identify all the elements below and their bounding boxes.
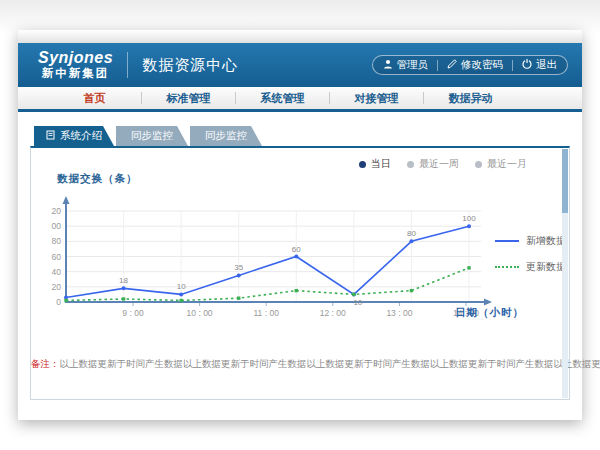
nav-item-data-change[interactable]: 数据异动: [424, 91, 517, 106]
page-title: 数据资源中心: [142, 56, 238, 75]
change-password-button[interactable]: 修改密码: [447, 58, 503, 72]
tab-sync-monitor-1-label: 同步监控: [131, 129, 173, 143]
svg-text:10 : 00: 10 : 00: [187, 308, 213, 318]
chart-y-axis-title: 数据交换（条）: [57, 172, 138, 186]
app-window: Synjones 新中新集团 数据资源中心 管理员 修改密码: [18, 30, 582, 420]
user-toolbar: 管理员 修改密码 退出: [372, 55, 569, 75]
main-nav: 首页 标准管理 系统管理 对接管理 数据异动: [18, 87, 582, 112]
legend-new-data-label: 新增数据: [526, 234, 566, 248]
tab-system-intro[interactable]: 系统介绍: [34, 126, 114, 146]
filter-today[interactable]: 当日: [359, 157, 391, 171]
solid-line-swatch-icon: [495, 240, 519, 242]
svg-text:40: 40: [52, 267, 62, 277]
radio-dot-icon: [407, 161, 414, 168]
edit-icon: [447, 59, 457, 71]
dotted-line-swatch-icon: [495, 266, 519, 268]
filter-today-label: 当日: [371, 157, 391, 171]
footnote-prefix: 备注：: [31, 358, 60, 369]
radio-dot-icon: [475, 161, 482, 168]
svg-text:60: 60: [292, 245, 301, 254]
scrollbar-thumb[interactable]: [562, 149, 568, 213]
panel-scrollbar[interactable]: [562, 149, 568, 398]
brand-logo: Synjones 新中新集团: [38, 50, 113, 80]
svg-text:100: 100: [51, 221, 61, 231]
user-menu-admin[interactable]: 管理员: [383, 58, 429, 72]
tab-bar: 系统介绍 同步监控 同步监控: [34, 126, 570, 146]
filter-last-month[interactable]: 最近一月: [475, 157, 527, 171]
nav-item-system-mgmt[interactable]: 系统管理: [236, 91, 329, 106]
svg-text:20: 20: [52, 282, 62, 292]
legend-updated-data-label: 更新数据: [526, 260, 566, 274]
footnote: 备注：以上数据更新于时间产生数据以上数据更新于时间产生数据以上数据更新于时间产生…: [31, 358, 555, 371]
header-divider: [127, 52, 128, 78]
svg-text:10: 10: [353, 298, 362, 307]
svg-text:80: 80: [52, 236, 62, 246]
tab-sync-monitor-2[interactable]: 同步监控: [190, 126, 262, 146]
chart-legend: 新增数据 更新数据: [495, 234, 566, 274]
tab-sync-monitor-1[interactable]: 同步监控: [116, 126, 188, 146]
svg-text:18: 18: [119, 276, 128, 285]
user-toolbar-separator: [512, 60, 513, 71]
svg-text:0: 0: [56, 297, 61, 307]
chart-x-axis-title: 日期（小时）: [455, 306, 524, 320]
desktop-canvas: Synjones 新中新集团 数据资源中心 管理员 修改密码: [0, 0, 600, 450]
page-top-strip: [18, 30, 582, 43]
logout-label: 退出: [536, 58, 557, 72]
chart-panel: 当日 最近一周 最近一月 数据交换（条） 0204060801001209 : …: [30, 146, 570, 400]
legend-item-new-data[interactable]: 新增数据: [495, 234, 566, 248]
svg-text:60: 60: [52, 252, 62, 262]
power-icon: [522, 59, 532, 71]
brand-logo-subtitle: 新中新集团: [38, 68, 113, 80]
svg-text:120: 120: [51, 206, 61, 216]
svg-text:80: 80: [407, 229, 416, 238]
svg-text:9 : 00: 9 : 00: [122, 308, 144, 318]
nav-item-home[interactable]: 首页: [48, 91, 141, 106]
filter-last-month-label: 最近一月: [487, 157, 527, 171]
filter-last-week-label: 最近一周: [419, 157, 459, 171]
tab-system-intro-label: 系统介绍: [60, 129, 102, 143]
user-toolbar-separator: [437, 60, 438, 71]
footnote-body: 以上数据更新于时间产生数据以上数据更新于时间产生数据以上数据更新于时间产生数据以…: [60, 358, 600, 369]
document-icon: [46, 130, 55, 142]
period-filters: 当日 最近一周 最近一月: [359, 157, 527, 171]
filter-last-week[interactable]: 最近一周: [407, 157, 459, 171]
nav-item-standard-mgmt[interactable]: 标准管理: [142, 91, 235, 106]
app-header: Synjones 新中新集团 数据资源中心 管理员 修改密码: [18, 43, 582, 87]
svg-text:12 : 00: 12 : 00: [320, 308, 346, 318]
svg-text:10: 10: [177, 282, 186, 291]
change-password-label: 修改密码: [461, 58, 503, 72]
user-icon: [383, 59, 393, 71]
legend-item-updated-data[interactable]: 更新数据: [495, 260, 566, 274]
svg-text:11 : 00: 11 : 00: [254, 308, 280, 318]
logout-button[interactable]: 退出: [522, 58, 557, 72]
nav-item-interface-mgmt[interactable]: 对接管理: [330, 91, 423, 106]
svg-text:35: 35: [234, 263, 243, 272]
radio-dot-icon: [359, 161, 366, 168]
tab-sync-monitor-2-label: 同步监控: [205, 129, 247, 143]
svg-text:100: 100: [462, 214, 476, 223]
content-area: 系统介绍 同步监控 同步监控 当日 最: [18, 112, 582, 400]
line-chart-svg: 0204060801001209 : 0010 : 0011 : 0012 : …: [51, 192, 501, 332]
svg-text:13 : 00: 13 : 00: [386, 308, 412, 318]
user-menu-admin-label: 管理员: [397, 58, 429, 72]
brand-logo-text: Synjones: [38, 50, 113, 66]
